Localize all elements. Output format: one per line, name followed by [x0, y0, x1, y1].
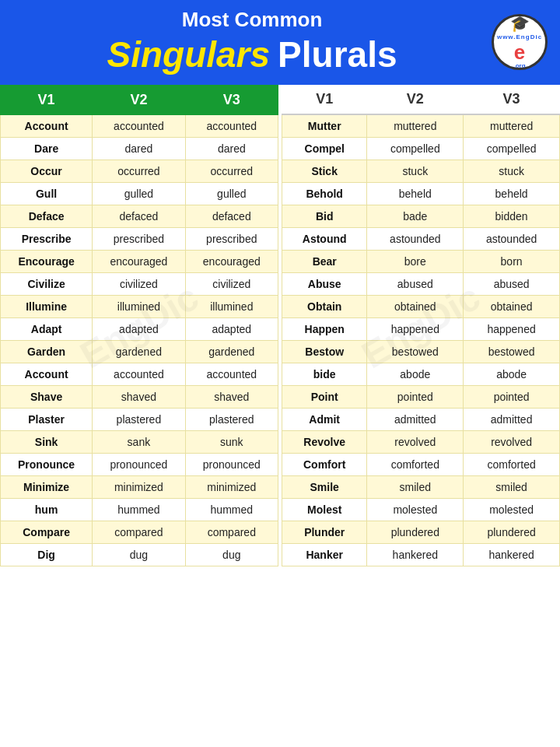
table-row: Prescribeprescribedprescribed	[1, 228, 278, 251]
table-row: Beholdbeheldbeheld	[282, 183, 560, 205]
left-v3-cell: prescribed	[185, 228, 278, 251]
right-v1-cell: Bestow	[282, 341, 367, 363]
right-v1-cell: Admit	[282, 409, 367, 431]
right-v1-cell: Molest	[282, 499, 367, 521]
table-row: Muttermutteredmuttered	[282, 114, 560, 138]
table-row: Happenhappenedhappened	[282, 318, 560, 341]
right-v3-cell: beheld	[464, 183, 560, 205]
right-table-header: V1 V2 V3	[282, 85, 560, 114]
table-row: Adaptadaptedadapted	[1, 318, 278, 341]
left-table-header: V1 V2 V3	[1, 86, 278, 115]
left-v2-cell: gardened	[93, 341, 185, 363]
table-row: Admitadmittedadmitted	[282, 409, 560, 431]
left-v1-cell: Illumine	[1, 296, 93, 318]
left-v2-cell: defaced	[93, 205, 185, 228]
right-v2-cell: astounded	[367, 228, 464, 251]
left-v2-cell: accounted	[93, 363, 185, 386]
right-v3-cell: admitted	[464, 409, 560, 431]
table-row: bideabodeabode	[282, 363, 560, 386]
right-v3-cell: comforted	[464, 454, 560, 476]
graduation-icon: 🎓	[497, 14, 542, 34]
table-row: Obtainobtainedobtained	[282, 296, 560, 318]
singulars-title: Singulars	[107, 33, 270, 75]
sub-title: Singulars Plurals	[12, 33, 492, 75]
table-row: Illumineilluminedillumined	[1, 296, 278, 318]
right-v1-cell: bide	[282, 363, 367, 386]
right-v1-cell: Compel	[282, 138, 367, 160]
left-v3-cell: dug	[185, 544, 278, 566]
left-v3-cell: occurred	[185, 160, 278, 183]
right-v1-cell: Comfort	[282, 454, 367, 476]
table-row: Daredareddared	[1, 138, 278, 160]
left-v2-cell: encouraged	[93, 251, 185, 273]
left-v1-cell: Dare	[1, 138, 93, 160]
left-v1-cell: Shave	[1, 386, 93, 409]
table-row: Digdugdug	[1, 544, 278, 566]
left-v2-cell: minimized	[93, 476, 185, 499]
right-v2-cell: pointed	[367, 386, 464, 409]
table-row: Gardengardenedgardened	[1, 341, 278, 363]
engdic-logo: 🎓 www.EngDic e .org	[492, 14, 548, 70]
left-v1-cell: Sink	[1, 431, 93, 454]
right-v1-cell: Smile	[282, 476, 367, 499]
left-v1-cell: Minimize	[1, 476, 93, 499]
left-v3-cell: encouraged	[185, 251, 278, 273]
table-row: Plasterplasteredplastered	[1, 409, 278, 431]
left-v2-cell: illumined	[93, 296, 185, 318]
left-v2-cell: gulled	[93, 183, 185, 205]
table-row: Abuseabusedabused	[282, 273, 560, 296]
table-row: Defacedefaceddefaced	[1, 205, 278, 228]
right-v1-cell: Abuse	[282, 273, 367, 296]
left-v2-cell: prescribed	[93, 228, 185, 251]
left-v3-cell: compared	[185, 521, 278, 544]
right-v3-cell: bestowed	[464, 341, 560, 363]
right-v3-cell: abused	[464, 273, 560, 296]
left-v1-cell: Deface	[1, 205, 93, 228]
right-table: V1 V2 V3 MuttermutteredmutteredCompelcom…	[282, 85, 560, 566]
content-area: EngDic V1 V2 V3 Accountaccountedaccounte…	[0, 85, 560, 566]
right-v2-cell: abused	[367, 273, 464, 296]
right-v2-cell: bade	[367, 205, 464, 228]
left-v2-cell: dug	[93, 544, 185, 566]
left-v1-cell: Account	[1, 115, 93, 138]
right-v2-cell: beheld	[367, 183, 464, 205]
right-v2-cell: revolved	[367, 431, 464, 454]
left-v1-cell: Compare	[1, 521, 93, 544]
left-v3-cell: accounted	[185, 115, 278, 138]
table-row: Revolverevolvedrevolved	[282, 431, 560, 454]
table-row: Molestmolestedmolested	[282, 499, 560, 521]
right-v3-cell: muttered	[464, 114, 560, 138]
left-v3-cell: illumined	[185, 296, 278, 318]
table-row: Astoundastoundedastounded	[282, 228, 560, 251]
table-row: Civilizecivilizedcivilized	[1, 273, 278, 296]
left-col-v1: V1	[1, 86, 93, 115]
left-v3-cell: adapted	[185, 318, 278, 341]
right-v3-cell: compelled	[464, 138, 560, 160]
table-row: Bidbadebidden	[282, 205, 560, 228]
table-row: Hankerhankeredhankered	[282, 544, 560, 566]
right-v2-cell: admitted	[367, 409, 464, 431]
right-v3-cell: obtained	[464, 296, 560, 318]
table-row: Pronouncepronouncedpronounced	[1, 454, 278, 476]
table-row: Sinksanksunk	[1, 431, 278, 454]
table-row: humhummedhummed	[1, 499, 278, 521]
left-v3-cell: gardened	[185, 341, 278, 363]
right-v3-cell: molested	[464, 499, 560, 521]
right-v1-cell: Mutter	[282, 114, 367, 138]
left-v1-cell: Occur	[1, 160, 93, 183]
right-v2-cell: compelled	[367, 138, 464, 160]
right-v1-cell: Astound	[282, 228, 367, 251]
left-v3-cell: hummed	[185, 499, 278, 521]
right-v2-cell: obtained	[367, 296, 464, 318]
right-v1-cell: Bear	[282, 251, 367, 273]
table-row: Bearboreborn	[282, 251, 560, 273]
right-v3-cell: smiled	[464, 476, 560, 499]
right-v3-cell: hankered	[464, 544, 560, 566]
left-v3-cell: gulled	[185, 183, 278, 205]
table-row: Minimizeminimizedminimized	[1, 476, 278, 499]
right-v1-cell: Bid	[282, 205, 367, 228]
left-v1-cell: Plaster	[1, 409, 93, 431]
left-table: V1 V2 V3 AccountaccountedaccountedDareda…	[0, 85, 278, 566]
left-v2-cell: accounted	[93, 115, 185, 138]
right-v1-cell: Happen	[282, 318, 367, 341]
